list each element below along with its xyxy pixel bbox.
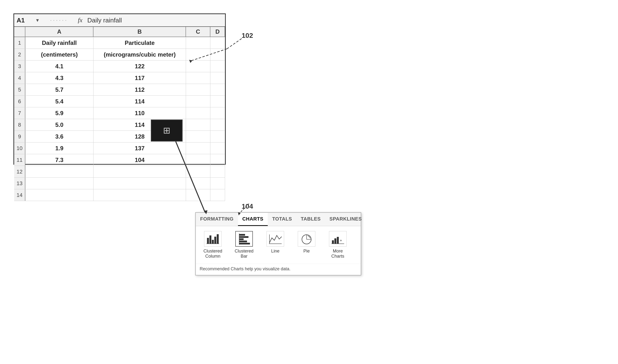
- table-row: 2 (centimeters) (micrograms/cubic meter): [14, 49, 225, 61]
- col-header-a[interactable]: A: [25, 27, 93, 37]
- cell-a8[interactable]: 5.0: [25, 119, 93, 130]
- cell-reference[interactable]: A1: [17, 17, 31, 24]
- col-header-c[interactable]: C: [186, 27, 210, 37]
- row-number: 1: [14, 37, 25, 49]
- cell-d9[interactable]: [210, 131, 225, 142]
- table-row: 1 Daily rainfall Particulate: [14, 37, 225, 49]
- cell-d6[interactable]: [210, 96, 225, 107]
- svg-rect-7: [239, 236, 249, 238]
- cell-c6[interactable]: [186, 96, 210, 107]
- annotation-102: 102: [242, 32, 253, 39]
- cell-b2[interactable]: (micrograms/cubic meter): [93, 49, 186, 60]
- cell-c13[interactable]: [186, 178, 210, 189]
- cell-b7[interactable]: 110: [93, 107, 186, 119]
- row-number: 6: [14, 96, 25, 107]
- cell-b6[interactable]: 114: [93, 96, 186, 107]
- cell-d2[interactable]: [210, 49, 225, 60]
- cell-a5[interactable]: 5.7: [25, 84, 93, 95]
- cell-d13[interactable]: [210, 178, 225, 189]
- table-row: 4 4.3 117: [14, 72, 225, 84]
- cell-c7[interactable]: [186, 107, 210, 119]
- cell-d8[interactable]: [210, 119, 225, 130]
- chart-option-pie[interactable]: Pie: [293, 231, 320, 254]
- cell-a10[interactable]: 1.9: [25, 143, 93, 154]
- cell-c8[interactable]: [186, 119, 210, 130]
- quick-analysis-icon: ⊞: [163, 125, 170, 136]
- cell-b5[interactable]: 112: [93, 84, 186, 95]
- more-charts-icon: +: [329, 231, 347, 247]
- quick-analysis-popup[interactable]: ⊞: [151, 119, 183, 142]
- cell-b13[interactable]: [93, 178, 186, 189]
- qa-tab-charts[interactable]: CHARTS: [238, 213, 268, 226]
- cell-c2[interactable]: [186, 49, 210, 60]
- svg-rect-18: [334, 238, 336, 244]
- row-number: 12: [14, 166, 25, 177]
- svg-rect-0: [207, 238, 209, 244]
- qa-tab-formatting[interactable]: FORMATTING: [196, 213, 238, 226]
- row-number: 3: [14, 61, 25, 72]
- clustered-bar-icon: [235, 231, 253, 247]
- formula-value: Daily rainfall: [87, 17, 122, 24]
- line-label: Line: [271, 249, 279, 254]
- cell-a7[interactable]: 5.9: [25, 107, 93, 119]
- row-number: 4: [14, 72, 25, 84]
- chart-option-more-charts[interactable]: + More Charts: [325, 231, 351, 259]
- formula-spacer: · · · · · ·: [44, 17, 73, 23]
- cell-d11[interactable]: [210, 154, 225, 166]
- dropdown-arrow-icon[interactable]: ▾: [36, 17, 39, 23]
- cell-a9[interactable]: 3.6: [25, 131, 93, 142]
- svg-rect-9: [239, 241, 247, 242]
- cell-c11[interactable]: [186, 154, 210, 166]
- cell-b14[interactable]: [93, 189, 186, 201]
- cell-b11[interactable]: 104: [93, 154, 186, 166]
- table-row: 13: [14, 178, 225, 189]
- cell-d10[interactable]: [210, 143, 225, 154]
- cell-b3[interactable]: 122: [93, 61, 186, 72]
- cell-d1[interactable]: [210, 37, 225, 49]
- svg-line-22: [227, 39, 242, 49]
- cell-c14[interactable]: [186, 189, 210, 201]
- qa-tab-sparklines[interactable]: SPARKLINES: [325, 213, 366, 226]
- table-row: 5 5.7 112: [14, 84, 225, 96]
- cell-c1[interactable]: [186, 37, 210, 49]
- cell-b4[interactable]: 117: [93, 72, 186, 84]
- row-number: 10: [14, 143, 25, 154]
- table-row: 12: [14, 166, 225, 178]
- cell-a12[interactable]: [25, 166, 93, 177]
- cell-a2[interactable]: (centimeters): [25, 49, 93, 60]
- cell-d4[interactable]: [210, 72, 225, 84]
- cell-a3[interactable]: 4.1: [25, 61, 93, 72]
- clustered-column-icon: [204, 231, 222, 247]
- cell-a6[interactable]: 5.4: [25, 96, 93, 107]
- cell-a14[interactable]: [25, 189, 93, 201]
- chart-option-clustered-column[interactable]: Clustered Column: [200, 231, 226, 259]
- col-header-d[interactable]: D: [210, 27, 225, 37]
- cell-b1[interactable]: Particulate: [93, 37, 186, 49]
- qa-footer: Recommended Charts help you visualize da…: [196, 264, 361, 275]
- annotation-104: 104: [242, 203, 253, 210]
- cell-c12[interactable]: [186, 166, 210, 177]
- qa-tab-tables[interactable]: TABLES: [296, 213, 325, 226]
- cell-a1[interactable]: Daily rainfall: [25, 37, 93, 49]
- cell-a13[interactable]: [25, 178, 93, 189]
- cell-d14[interactable]: [210, 189, 225, 201]
- cell-c3[interactable]: [186, 61, 210, 72]
- cell-a4[interactable]: 4.3: [25, 72, 93, 84]
- cell-d3[interactable]: [210, 61, 225, 72]
- chart-option-clustered-bar[interactable]: Clustered Bar: [231, 231, 257, 259]
- qa-tab-totals[interactable]: TOTALS: [268, 213, 296, 226]
- more-charts-label: More Charts: [331, 249, 344, 259]
- cell-c10[interactable]: [186, 143, 210, 154]
- cell-c9[interactable]: [186, 131, 210, 142]
- cell-d5[interactable]: [210, 84, 225, 95]
- cell-d12[interactable]: [210, 166, 225, 177]
- cell-a11[interactable]: 7.3: [25, 154, 93, 166]
- cell-c5[interactable]: [186, 84, 210, 95]
- cell-c4[interactable]: [186, 72, 210, 84]
- cell-d7[interactable]: [210, 107, 225, 119]
- row-number: 8: [14, 119, 25, 130]
- chart-option-line[interactable]: Line: [262, 231, 289, 254]
- col-header-b[interactable]: B: [93, 27, 186, 37]
- cell-b12[interactable]: [93, 166, 186, 177]
- cell-b10[interactable]: 137: [93, 143, 186, 154]
